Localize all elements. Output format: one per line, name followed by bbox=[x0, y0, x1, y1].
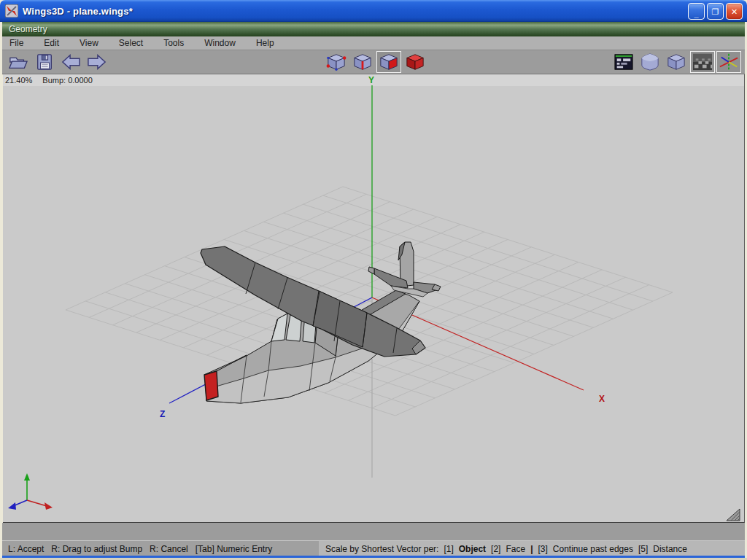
window-left-frame bbox=[0, 22, 2, 558]
options-divider: | bbox=[530, 544, 533, 554]
option-5-label: Distance bbox=[653, 544, 687, 554]
wings3d-window: Wings3D - plane.wings* _ ❐ ✕ Geometry Fi… bbox=[0, 0, 747, 560]
flat-cube-icon bbox=[665, 52, 687, 71]
redo-arrow-icon bbox=[85, 52, 109, 71]
show-axes-button[interactable] bbox=[716, 51, 741, 73]
option-1-key: [1] bbox=[444, 544, 453, 554]
stabilizer-left-tip bbox=[368, 267, 374, 274]
z-axis-label: Z bbox=[160, 409, 165, 419]
viewport-canvas: Y X Z bbox=[3, 74, 744, 522]
vertex-select-mode-button[interactable] bbox=[324, 51, 349, 73]
orientation-gizmo bbox=[8, 473, 53, 510]
world-axes bbox=[169, 85, 584, 478]
selected-nose-face bbox=[204, 371, 218, 400]
option-3-key: [3] bbox=[538, 544, 548, 554]
menu-window[interactable]: Window bbox=[198, 37, 241, 49]
face-mode-cube-icon bbox=[378, 52, 400, 71]
x-axis-label: X bbox=[599, 394, 605, 404]
window-title: Wings3D - plane.wings* bbox=[23, 6, 133, 17]
body-mode-cube-icon bbox=[404, 52, 426, 71]
windshield bbox=[271, 314, 287, 341]
viewport-info-strip: 21.40% Bump: 0.0000 bbox=[3, 74, 746, 86]
option-3-label: Continue past edges bbox=[553, 544, 633, 554]
axes-icon bbox=[718, 52, 740, 71]
option-2-label: Face bbox=[506, 544, 525, 554]
flat-shaded-button[interactable] bbox=[664, 51, 689, 73]
menu-bar: File Edit View Select Tools Window Help bbox=[2, 36, 745, 50]
menu-view[interactable]: View bbox=[74, 37, 104, 49]
menu-tools[interactable]: Tools bbox=[158, 37, 190, 49]
status-bar: L: Accept R: Drag to adjust Bump R: Canc… bbox=[2, 540, 745, 556]
show-ground-plane-button[interactable] bbox=[690, 51, 715, 73]
restore-button[interactable]: ❐ bbox=[707, 3, 724, 20]
body-select-mode-button[interactable] bbox=[403, 51, 427, 73]
geometry-window-title: Geometry bbox=[9, 24, 47, 34]
undo-button[interactable] bbox=[58, 51, 83, 73]
save-floppy-icon bbox=[34, 52, 55, 71]
face-select-mode-button[interactable] bbox=[376, 51, 401, 73]
titlebar[interactable]: Wings3D - plane.wings* _ ❐ ✕ bbox=[0, 0, 747, 22]
window-background-strip bbox=[2, 523, 745, 540]
viewport-resize-handle[interactable] bbox=[727, 509, 740, 521]
menu-help[interactable]: Help bbox=[250, 37, 280, 49]
geometry-window-titlebar[interactable]: Geometry bbox=[2, 22, 745, 36]
toolbar bbox=[2, 50, 745, 74]
scale-option-prefix: Scale by Shortest Vector per: bbox=[325, 544, 438, 554]
edge-mode-cube-icon bbox=[352, 52, 374, 71]
zoom-level-readout: 21.40% bbox=[5, 76, 32, 85]
plane-model[interactable] bbox=[201, 242, 441, 403]
open-folder-icon bbox=[7, 52, 29, 71]
option-5-key: [5] bbox=[638, 544, 648, 554]
redo-button[interactable] bbox=[85, 51, 109, 73]
menu-edit[interactable]: Edit bbox=[38, 37, 65, 49]
vertex-mode-cube-icon bbox=[325, 52, 347, 71]
ground-plane-icon bbox=[692, 52, 713, 71]
mouse-hints: L: Accept R: Drag to adjust Bump R: Canc… bbox=[8, 544, 272, 554]
viewport-3d[interactable]: Y X Z 21.40% Bump: 0 bbox=[3, 74, 745, 523]
view-settings-button[interactable] bbox=[611, 51, 636, 73]
close-button[interactable]: ✕ bbox=[726, 3, 743, 20]
undo-arrow-icon bbox=[59, 52, 82, 71]
edge-select-mode-button[interactable] bbox=[350, 51, 375, 73]
ground-grid bbox=[66, 187, 673, 416]
smooth-cube-icon bbox=[639, 52, 661, 71]
option-1-label: Object bbox=[459, 544, 486, 554]
open-file-button[interactable] bbox=[6, 51, 31, 73]
save-file-button[interactable] bbox=[32, 51, 57, 73]
app-logo-icon bbox=[5, 4, 18, 18]
drag-operation-readout: Bump: 0.0000 bbox=[42, 76, 93, 85]
operation-options: Scale by Shortest Vector per: [1] Object… bbox=[319, 541, 745, 556]
settings-dialog-icon bbox=[613, 52, 635, 71]
smooth-shaded-button[interactable] bbox=[638, 51, 662, 73]
menu-select[interactable]: Select bbox=[113, 37, 149, 49]
option-2-key: [2] bbox=[491, 544, 500, 554]
menu-file[interactable]: File bbox=[4, 37, 29, 49]
minimize-button[interactable]: _ bbox=[688, 3, 705, 20]
